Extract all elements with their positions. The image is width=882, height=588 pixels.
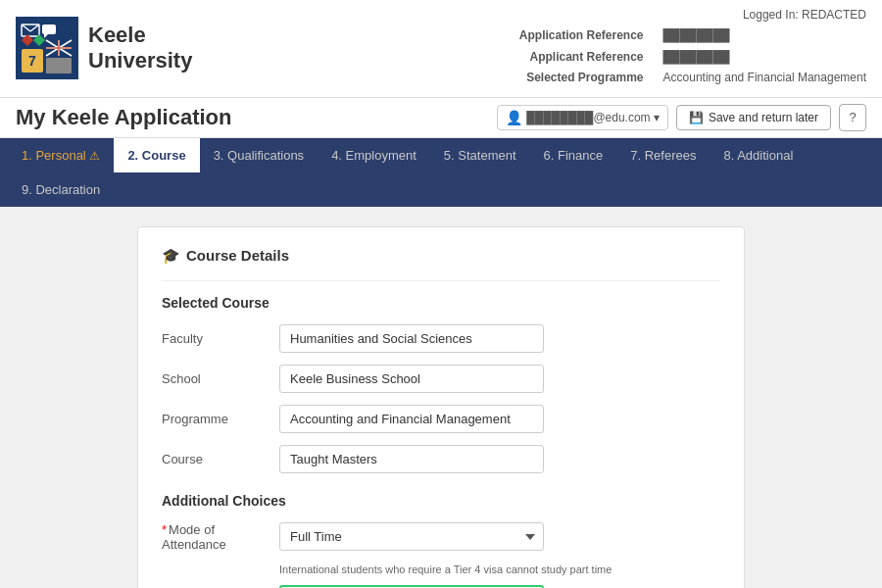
save-button-label: Save and return later [709,111,818,124]
selected-prog-label: Selected Programme [519,68,644,89]
nav-item-statement[interactable]: 5. Statement [430,138,530,172]
save-return-button[interactable]: 💾 Save and return later [676,105,831,130]
page-title: My Keele Application [16,105,231,130]
app-info: Application Reference Applicant Referenc… [519,25,866,89]
logo-area: 7 KeeleUniversity [16,17,192,79]
user-icon: 👤 [506,110,522,125]
mode-of-attendance-hint: International students who require a Tie… [279,564,720,575]
card-title: 🎓 Course Details [162,247,720,265]
course-label: Course [162,452,279,466]
mode-of-attendance-select[interactable]: Full Time Part Time [279,522,544,551]
svg-text:7: 7 [28,53,36,69]
nav-item-additional[interactable]: 8. Additional [710,138,807,172]
nav-item-personal[interactable]: 1. Personal ⚠ [8,138,114,172]
faculty-label: Faculty [162,331,279,346]
navigation-bar: 1. Personal ⚠ 2. Course 3. Qualification… [0,138,882,207]
top-header: 7 KeeleUniversity Logged In: REDACTED Ap… [0,0,882,98]
card-title-text: Course Details [186,247,289,264]
app-ref-label: Application Reference [519,25,644,47]
nav-item-declaration[interactable]: 9. Declaration [8,172,114,207]
additional-choices-heading: Additional Choices [162,493,720,509]
additional-choices-section: Additional Choices *Mode of Attendance F… [162,493,720,588]
logged-in-row: Logged In: REDACTED [743,8,866,22]
applicant-ref-value: ████████ [663,47,866,69]
action-right: 👤 ████████@edu.com ▾ 💾 Save and return l… [497,104,866,131]
help-button[interactable]: ? [839,104,866,131]
mode-of-attendance-row: *Mode of Attendance Full Time Part Time [162,522,720,552]
course-value: Taught Masters [279,445,544,473]
nav-item-employment[interactable]: 4. Employment [318,138,430,172]
keele-logo: 7 [16,17,78,79]
app-ref-value: ████████ [663,25,866,47]
school-value: Keele Business School [279,365,544,393]
required-star-mode: * [162,522,167,537]
university-name: KeeleUniversity [88,23,192,74]
user-email: ████████@edu.com ▾ [526,111,660,124]
svg-rect-17 [46,58,72,74]
app-labels: Application Reference Applicant Referenc… [519,25,644,89]
graduation-icon: 🎓 [162,247,180,265]
selected-course-heading: Selected Course [162,295,720,311]
faculty-row: Faculty Humanities and Social Sciences [162,324,720,353]
warning-icon: ⚠ [89,149,100,163]
course-row: Course Taught Masters [162,445,720,473]
floppy-icon: 💾 [689,111,704,124]
school-row: School Keele Business School [162,365,720,393]
mode-of-attendance-label: *Mode of Attendance [162,522,279,552]
app-values: ████████ ████████ Accounting and Financi… [663,25,866,89]
action-bar: My Keele Application 👤 ████████@edu.com … [0,98,882,138]
header-right: Logged In: REDACTED Application Referenc… [519,8,866,89]
logged-in-label: Logged In: [743,8,799,22]
programme-label: Programme [162,412,279,426]
nav-item-course[interactable]: 2. Course [114,138,199,172]
school-label: School [162,371,279,386]
selected-prog-value: Accounting and Financial Management [663,68,866,89]
main-content: 🎓 Course Details Selected Course Faculty… [0,207,882,588]
divider-1 [162,280,720,281]
programme-row: Programme Accounting and Financial Manag… [162,405,720,433]
programme-value: Accounting and Financial Management [279,405,544,433]
nav-item-finance[interactable]: 6. Finance [530,138,617,172]
course-details-card: 🎓 Course Details Selected Course Faculty… [137,226,745,588]
logged-in-user: REDACTED [802,8,866,22]
nav-item-qualifications[interactable]: 3. Qualifications [200,138,318,172]
svg-rect-4 [42,24,56,34]
applicant-ref-label: Applicant Reference [519,47,644,69]
faculty-value: Humanities and Social Sciences [279,324,544,353]
user-pill: 👤 ████████@edu.com ▾ [497,105,668,130]
nav-item-referees[interactable]: 7. Referees [616,138,710,172]
